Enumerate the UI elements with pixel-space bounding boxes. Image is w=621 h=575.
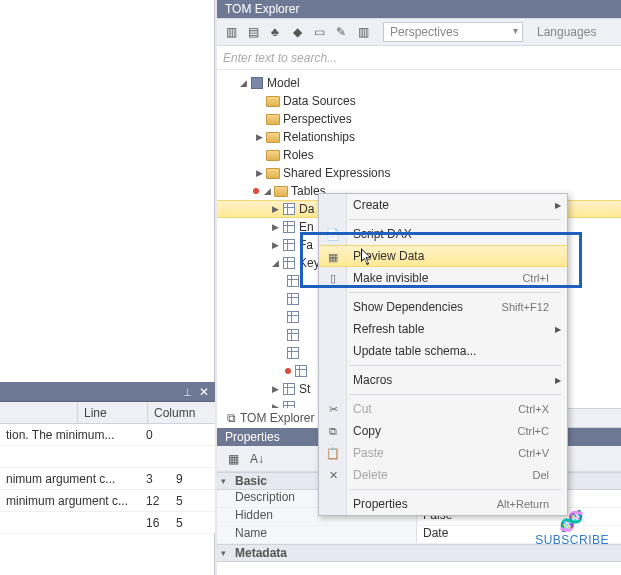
table-icon <box>281 219 297 235</box>
paste-icon: 📋 <box>325 445 341 461</box>
folder-icon <box>273 183 289 199</box>
folder-icon <box>265 129 281 145</box>
table-row[interactable] <box>0 446 215 468</box>
toolbar-folder-icon[interactable]: ▭ <box>309 22 329 42</box>
grid-icon: ▦ <box>325 249 341 265</box>
table-icon <box>281 201 297 217</box>
toolbar-list-icon[interactable]: ▤ <box>243 22 263 42</box>
languages-dropdown[interactable]: Languages <box>531 23 602 41</box>
pin-icon[interactable]: ⟂ <box>184 385 191 399</box>
status-dot-icon <box>253 188 259 194</box>
menu-preview-data[interactable]: ▦Preview Data <box>319 245 567 267</box>
column-icon <box>285 345 301 361</box>
search-input[interactable] <box>223 51 615 65</box>
status-dot-icon <box>285 368 291 374</box>
folder-icon <box>265 147 281 163</box>
table-icon <box>281 237 297 253</box>
left-panel-header: ⟂ ✕ <box>0 382 215 402</box>
tree-node-shared-expressions[interactable]: Shared Expressions <box>217 164 621 182</box>
table-icon <box>281 381 297 397</box>
menu-cut[interactable]: ✂CutCtrl+X <box>319 398 567 420</box>
tree-node-relationships[interactable]: Relationships <box>217 128 621 146</box>
menu-delete[interactable]: ✕DeleteDel <box>319 464 567 486</box>
perspectives-dropdown[interactable]: Perspectives <box>383 22 523 42</box>
menu-copy[interactable]: ⧉CopyCtrl+C <box>319 420 567 442</box>
tree-node-roles[interactable]: Roles <box>217 146 621 164</box>
dna-icon: 🧬 <box>535 509 609 533</box>
column-icon: ▯ <box>325 270 341 286</box>
table-row[interactable]: tion. The minimum...0 <box>0 424 215 446</box>
subscribe-badge[interactable]: 🧬 SUBSCRIBE <box>535 509 609 547</box>
menu-update-schema[interactable]: Update table schema... <box>319 340 567 362</box>
categorized-icon[interactable]: ▦ <box>223 449 243 469</box>
search-row <box>217 46 621 70</box>
cube-icon <box>249 75 265 91</box>
folder-icon <box>265 93 281 109</box>
tree-node-perspectives[interactable]: Perspectives <box>217 110 621 128</box>
column-icon <box>293 363 309 379</box>
column-icon <box>285 273 301 289</box>
col-line[interactable]: Line <box>78 402 148 423</box>
column-icon <box>285 327 301 343</box>
cut-icon: ✂ <box>325 401 341 417</box>
script-icon: 📄 <box>325 226 341 242</box>
left-grid-rows: tion. The minimum...0 nimum argument c..… <box>0 424 215 534</box>
left-panel: ⟂ ✕ Line Column tion. The minimum...0 ni… <box>0 0 215 575</box>
left-grid-header: Line Column <box>0 402 215 424</box>
table-row[interactable]: 165 <box>0 512 215 534</box>
menu-create[interactable]: Create <box>319 194 567 216</box>
perspectives-label: Perspectives <box>390 25 459 39</box>
toolbar-db-icon[interactable]: ▥ <box>221 22 241 42</box>
table-row[interactable]: minimum argument c...125 <box>0 490 215 512</box>
table-row[interactable]: nimum argument c...39 <box>0 468 215 490</box>
close-icon[interactable]: ✕ <box>199 385 209 399</box>
menu-show-dependencies[interactable]: Show DependenciesShift+F12 <box>319 296 567 318</box>
alphabetical-icon[interactable]: A↓ <box>247 449 267 469</box>
toolbar-columns-icon[interactable]: ▥ <box>353 22 373 42</box>
menu-refresh-table[interactable]: Refresh table <box>319 318 567 340</box>
panel-title: TOM Explorer <box>217 0 621 18</box>
column-icon <box>285 291 301 307</box>
context-menu: Create 📄Script DAX ▦Preview Data ▯Make i… <box>318 193 568 516</box>
col-column[interactable]: Column <box>148 402 215 423</box>
tree-node-model[interactable]: Model <box>217 74 621 92</box>
table-icon <box>281 255 297 271</box>
menu-make-invisible[interactable]: ▯Make invisibleCtrl+I <box>319 267 567 289</box>
folder-icon <box>265 165 281 181</box>
tab-tom-explorer[interactable]: ⧉TOM Explorer <box>217 408 325 428</box>
hierarchy-icon: ⧉ <box>227 411 236 425</box>
menu-script-dax[interactable]: 📄Script DAX <box>319 223 567 245</box>
column-icon <box>285 309 301 325</box>
menu-paste[interactable]: 📋PasteCtrl+V <box>319 442 567 464</box>
toolbar-box-icon[interactable]: ◆ <box>287 22 307 42</box>
toolbar: ▥ ▤ ♣ ◆ ▭ ✎ ▥ Perspectives Languages <box>217 18 621 46</box>
toolbar-hierarchy-icon[interactable]: ♣ <box>265 22 285 42</box>
folder-icon <box>265 111 281 127</box>
menu-properties[interactable]: PropertiesAlt+Return <box>319 493 567 515</box>
toolbar-edit-icon[interactable]: ✎ <box>331 22 351 42</box>
copy-icon: ⧉ <box>325 423 341 439</box>
delete-icon: ✕ <box>325 467 341 483</box>
menu-macros[interactable]: Macros <box>319 369 567 391</box>
tree-node-datasources[interactable]: Data Sources <box>217 92 621 110</box>
